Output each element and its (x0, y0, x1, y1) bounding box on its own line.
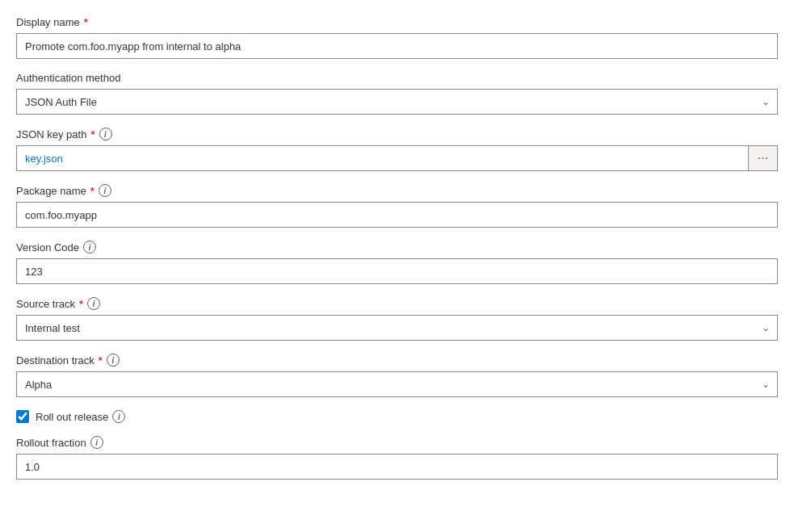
json-key-path-info-icon[interactable]: i (99, 128, 112, 140)
package-name-group: Package name * i (16, 184, 778, 228)
roll-out-release-label-text: Roll out release (36, 411, 108, 423)
package-name-required: * (90, 185, 95, 197)
destination-track-label: Destination track * i (16, 354, 778, 367)
source-track-label: Source track * i (16, 297, 778, 310)
rollout-fraction-info-icon[interactable]: i (90, 436, 103, 449)
source-track-required: * (79, 298, 83, 310)
display-name-label: Display name * (16, 16, 778, 28)
destination-track-info-icon[interactable]: i (107, 354, 120, 367)
roll-out-release-row: Roll out release i (16, 410, 778, 423)
json-key-path-label: JSON key path * i (16, 128, 778, 140)
package-name-input[interactable] (16, 202, 778, 228)
auth-method-group: Authentication method JSON Auth File Ser… (16, 72, 778, 115)
version-code-group: Version Code i (16, 241, 778, 284)
version-code-input[interactable] (16, 258, 778, 284)
version-code-info-icon[interactable]: i (83, 241, 96, 253)
json-key-path-input-row: ··· (16, 145, 778, 171)
rollout-fraction-input[interactable] (16, 454, 778, 480)
auth-method-select-wrapper: JSON Auth File Service Account Key ⌄ (16, 89, 778, 115)
version-code-label-text: Version Code (16, 241, 79, 253)
destination-track-group: Destination track * i Alpha Beta Product… (16, 354, 778, 397)
rollout-fraction-group: Rollout fraction i (16, 436, 778, 480)
source-track-select[interactable]: Internal test Alpha Beta Production (16, 315, 778, 341)
destination-track-required: * (99, 354, 103, 367)
source-track-select-wrapper: Internal test Alpha Beta Production ⌄ (16, 315, 778, 341)
destination-track-label-text: Destination track (16, 354, 95, 367)
roll-out-release-checkbox[interactable] (16, 410, 29, 423)
package-name-label-text: Package name (16, 185, 86, 197)
display-name-required: * (84, 16, 88, 28)
json-key-path-label-text: JSON key path (16, 128, 86, 140)
auth-method-select[interactable]: JSON Auth File Service Account Key (16, 89, 778, 115)
json-key-path-required: * (90, 128, 95, 140)
source-track-label-text: Source track (16, 298, 75, 310)
display-name-label-text: Display name (16, 16, 80, 28)
display-name-group: Display name * (16, 16, 778, 59)
json-key-path-group: JSON key path * i ··· (16, 128, 778, 171)
json-key-path-browse-button[interactable]: ··· (749, 145, 778, 171)
roll-out-release-info-icon[interactable]: i (112, 410, 125, 423)
version-code-label: Version Code i (16, 241, 778, 253)
rollout-fraction-label-text: Rollout fraction (16, 437, 86, 449)
source-track-info-icon[interactable]: i (87, 297, 100, 310)
display-name-input[interactable] (16, 33, 778, 59)
rollout-fraction-label: Rollout fraction i (16, 436, 778, 449)
ellipsis-icon: ··· (758, 151, 768, 165)
source-track-group: Source track * i Internal test Alpha Bet… (16, 297, 778, 341)
destination-track-select[interactable]: Alpha Beta Production (16, 371, 778, 397)
package-name-label: Package name * i (16, 184, 778, 197)
auth-method-label: Authentication method (16, 72, 778, 84)
destination-track-select-wrapper: Alpha Beta Production ⌄ (16, 371, 778, 397)
auth-method-label-text: Authentication method (16, 72, 120, 84)
package-name-info-icon[interactable]: i (99, 184, 111, 197)
roll-out-release-label: Roll out release i (36, 410, 125, 423)
json-key-path-input[interactable] (16, 145, 749, 171)
